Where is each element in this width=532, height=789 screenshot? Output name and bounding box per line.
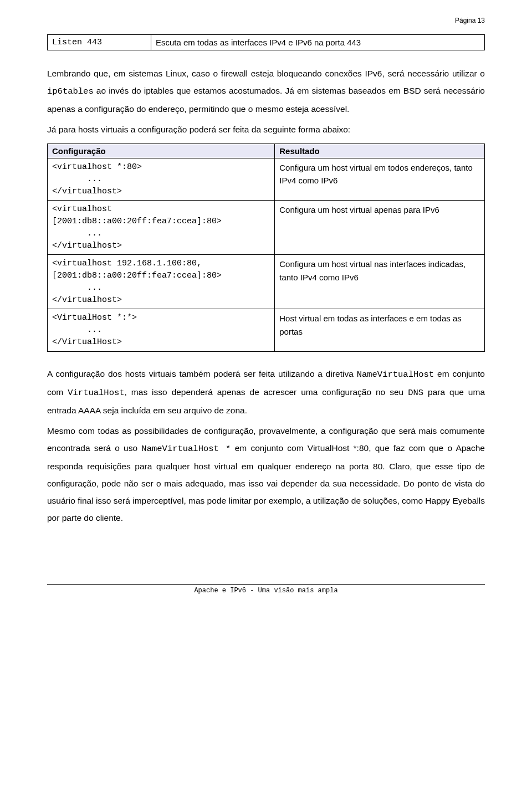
table-row: <virtualhost [2001:db8::a00:20ff:fea7:cc… [48, 201, 485, 255]
paragraph-2: Já para hosts virtuais a configuração po… [47, 121, 485, 138]
config-code-cell: <virtualhost [2001:db8::a00:20ff:fea7:cc… [48, 201, 275, 255]
header-configuracao: Configuração [48, 144, 275, 158]
listen-cell-code: Listen 443 [48, 35, 151, 50]
table-row: <VirtualHost *:*> ... </VirtualHost> Hos… [48, 309, 485, 351]
page-number: Página 13 [47, 17, 485, 24]
listen-table: Listen 443 Escuta em todas as interfaces… [47, 34, 485, 50]
config-result-cell: Configura um host virtual nas interfaces… [275, 255, 485, 309]
table-row: Listen 443 Escuta em todas as interfaces… [48, 35, 485, 50]
code-inline: NameVirtualHost [357, 370, 434, 380]
code-inline: ip6tables [47, 86, 94, 96]
text: Lembrando que, em sistemas Linux, caso o… [47, 69, 485, 78]
text: , mas isso dependerá apenas de acrescer … [125, 387, 408, 397]
code-inline: NameVirtualHost * [141, 444, 231, 454]
footer-text: Apache e IPv6 - Uma visão mais ampla [194, 587, 337, 595]
paragraph-4: Mesmo com todas as possibilidades de con… [47, 422, 485, 526]
paragraph-3: A configuração dos hosts virtuais também… [47, 365, 485, 419]
config-result-cell: Configura um host virtual apenas para IP… [275, 201, 485, 255]
text: ao invés do iptables que estamos acostum… [47, 86, 485, 114]
table-row: <virtualhost 192.168.1.100:80, [2001:db8… [48, 255, 485, 309]
text: em conjunto com VirtualHost *:80, que fa… [47, 443, 485, 522]
config-result-cell: Host virtual em todas as interfaces e em… [275, 309, 485, 351]
paragraph-1: Lembrando que, em sistemas Linux, caso o… [47, 65, 485, 117]
page-container: Página 13 Listen 443 Escuta em todas as … [0, 0, 532, 622]
config-result-cell: Configura um host virtual em todos ender… [275, 158, 485, 201]
text: A configuração dos hosts virtuais também… [47, 369, 357, 378]
config-code-cell: <VirtualHost *:*> ... </VirtualHost> [48, 309, 275, 351]
footer-divider [47, 584, 485, 585]
code-inline: DNS [408, 388, 423, 398]
table-header-row: Configuração Resultado [48, 144, 485, 158]
config-code-cell: <virtualhost 192.168.1.100:80, [2001:db8… [48, 255, 275, 309]
listen-cell-desc: Escuta em todas as interfaces IPv4 e IPv… [151, 35, 485, 50]
code-inline: VirtualHost [68, 388, 124, 398]
header-resultado: Resultado [275, 144, 485, 158]
page-footer: Apache e IPv6 - Uma visão mais ampla [47, 582, 485, 595]
config-table: Configuração Resultado <virtualhost *:80… [47, 144, 485, 352]
table-row: <virtualhost *:80> ... </virtualhost> Co… [48, 158, 485, 201]
config-code-cell: <virtualhost *:80> ... </virtualhost> [48, 158, 275, 201]
